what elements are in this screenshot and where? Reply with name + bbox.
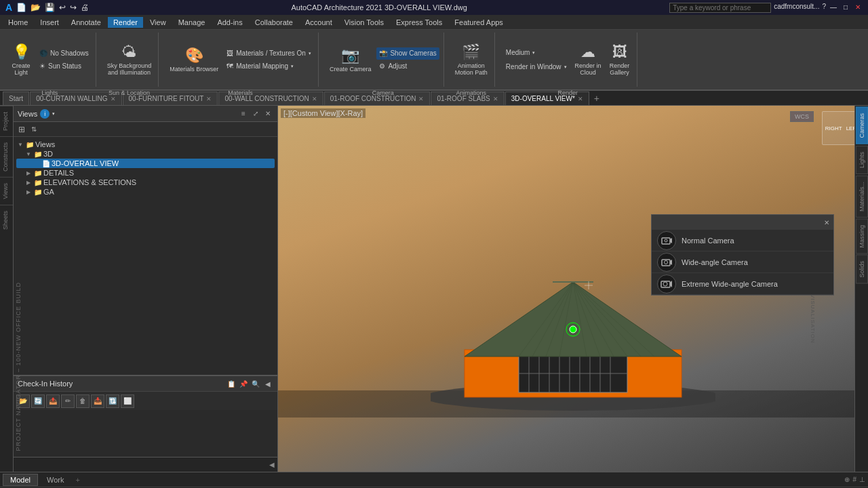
render-quality-dropdown[interactable]: ▾ [532, 50, 535, 56]
tab-roof-construction-close[interactable]: ✕ [418, 96, 424, 102]
tree-item-3d-overall[interactable]: 📄 3D-OVERALL VIEW [16, 159, 275, 168]
panel-close-icon[interactable]: ✕ [262, 108, 273, 119]
toolbar-arrows-icon[interactable]: ⇅ [28, 124, 39, 135]
user-account[interactable]: cadfmconsult... [774, 3, 819, 13]
tab-furniture-close[interactable]: ✕ [206, 96, 212, 102]
menu-render[interactable]: Render [108, 17, 143, 28]
materials-browser-btn[interactable]: 🎨 Materials Browser [167, 40, 221, 79]
grid-icon[interactable]: # [852, 476, 856, 483]
menu-account[interactable]: Account [300, 17, 338, 28]
checkin-tool3[interactable]: 📤 [46, 394, 60, 408]
tab-roof-slabs-close[interactable]: ✕ [493, 96, 498, 102]
tab-work[interactable]: Work [39, 474, 71, 486]
menu-collaborate[interactable]: Collaborate [250, 17, 298, 28]
checkin-tool1[interactable]: 📂 [16, 394, 30, 408]
right-tab-cameras[interactable]: Cameras [856, 107, 868, 144]
help-icon[interactable]: ? [822, 3, 826, 13]
no-shadows-btn[interactable]: 🌑 No Shadows [37, 47, 92, 60]
panel-menu-icon[interactable]: ≡ [238, 108, 249, 119]
cloud-icon: ☁ [580, 43, 595, 61]
adjust-btn[interactable]: ⚙ Adjust [376, 60, 439, 73]
menu-addins[interactable]: Add-ins [212, 17, 248, 28]
right-tab-materials[interactable]: Materials... [856, 176, 868, 218]
camera-panel-header[interactable]: ✕ [652, 215, 833, 230]
checkin-btn2[interactable]: 📌 [238, 378, 249, 389]
right-tab-solids[interactable]: Solids [856, 255, 868, 284]
menu-annotate[interactable]: Annotate [66, 17, 106, 28]
camera-panel-close[interactable]: ✕ [824, 219, 829, 226]
search-input[interactable] [669, 3, 771, 13]
right-tab-massing[interactable]: Massing [856, 219, 868, 254]
panel-expand-arrow[interactable]: ◀ [269, 461, 275, 468]
side-tab-views[interactable]: Views [0, 177, 13, 205]
render-window-dropdown[interactable]: ▾ [564, 64, 567, 70]
camera-item-extreme[interactable]: Extreme Wide-angle Camera [652, 273, 833, 295]
toolbar-expand-icon[interactable]: ⊞ [16, 124, 27, 135]
side-tab-project[interactable]: Project [0, 106, 13, 136]
checkin-btn3[interactable]: 🔍 [250, 378, 261, 389]
right-tab-lights[interactable]: Lights [856, 146, 868, 174]
open-icon[interactable]: 📂 [31, 3, 41, 12]
render-gallery-btn[interactable]: 🖼 RenderGallery [607, 40, 633, 79]
camera-item-wide[interactable]: Wide-angle Camera [652, 251, 833, 273]
views-dropdown[interactable]: ▾ [52, 111, 55, 117]
redo-icon[interactable]: ↪ [70, 3, 77, 12]
mapping-dropdown[interactable]: ▾ [291, 64, 294, 69]
snap-icon[interactable]: ⊕ [844, 476, 850, 483]
material-mapping-btn[interactable]: 🗺 Material Mapping ▾ [224, 60, 314, 73]
checkin-btn1[interactable]: 📋 [226, 378, 237, 389]
textures-dropdown[interactable]: ▾ [309, 51, 311, 56]
menu-vision-tools[interactable]: Vision Tools [339, 17, 389, 28]
textures-on-btn[interactable]: 🖼 Materials / Textures On ▾ [224, 47, 314, 60]
menu-featured[interactable]: Featured Apps [449, 17, 509, 28]
animation-motion-btn[interactable]: 🎬 AnimationMotion Path [452, 40, 490, 79]
tree-item-ga[interactable]: ▶ 📁 GA [16, 187, 275, 197]
folder-icon: 📁 [26, 141, 34, 148]
menu-home[interactable]: Home [3, 17, 33, 28]
tree-item-elevations[interactable]: ▶ 📁 ELEVATIONS & SECTIONS [16, 178, 275, 187]
main-area: Project Constructs Views Sheets Views i … [0, 106, 868, 472]
sky-bg-btn[interactable]: 🌤 Sky Backgroundand Illumination [104, 40, 155, 79]
tab-add-layout[interactable]: + [73, 476, 82, 484]
camera-wide-icon [657, 253, 676, 272]
panel-resize-icon[interactable]: ⤢ [250, 108, 261, 119]
viewport[interactable]: [-][Custom View][X-Ray] [278, 106, 868, 472]
side-tab-constructs[interactable]: Constructs [0, 136, 13, 177]
ortho-icon[interactable]: ⊥ [859, 476, 865, 483]
close-btn[interactable]: ✕ [853, 3, 863, 12]
checkin-tool7[interactable]: 🔃 [106, 394, 119, 408]
tab-model[interactable]: Model [3, 474, 38, 486]
tree-item-3d[interactable]: ▼ 📁 3D [16, 149, 275, 159]
save-icon[interactable]: 💾 [45, 3, 55, 12]
maximize-btn[interactable]: □ [841, 3, 850, 12]
menu-view[interactable]: View [144, 17, 172, 28]
create-camera-btn[interactable]: 📷 Create Camera [327, 40, 374, 79]
checkin-tool4[interactable]: ✏ [61, 394, 75, 408]
side-tab-sheets[interactable]: Sheets [0, 205, 13, 235]
checkin-collapse-btn[interactable]: ◀ [262, 378, 273, 389]
camera-item-normal[interactable]: Normal Camera [652, 230, 833, 251]
plot-icon[interactable]: 🖨 [81, 3, 89, 12]
tab-curtain-walling-close[interactable]: ✕ [111, 96, 116, 102]
undo-icon[interactable]: ↩ [59, 3, 66, 12]
menu-express[interactable]: Express Tools [391, 17, 448, 28]
menu-manage[interactable]: Manage [173, 17, 211, 28]
checkin-tool8[interactable]: ⬜ [121, 394, 134, 408]
tree-item-details[interactable]: ▶ 📁 DETAILS [16, 168, 275, 178]
checkin-tool2[interactable]: 🔄 [31, 394, 45, 408]
show-cameras-btn[interactable]: 📸 Show Cameras [376, 47, 439, 60]
tab-3d-overall-close[interactable]: ✕ [578, 96, 583, 102]
menu-insert[interactable]: Insert [35, 17, 64, 28]
render-quality-select[interactable]: Medium ▾ [503, 47, 570, 59]
tree-item-views[interactable]: ▼ 📁 Views [16, 140, 275, 149]
sun-status-btn[interactable]: ☀ Sun Status [37, 60, 92, 73]
checkin-tool5[interactable]: 🗑 [76, 394, 90, 408]
render-window-btn[interactable]: Render in Window ▾ [503, 61, 570, 73]
tab-wall-construction-close[interactable]: ✕ [312, 96, 317, 102]
checkin-tool6[interactable]: 📥 [91, 394, 104, 408]
folder-elevations-icon: 📁 [34, 179, 42, 186]
create-light-btn[interactable]: 💡 CreateLight [8, 40, 34, 79]
new-icon[interactable]: 📄 [16, 3, 26, 12]
minimize-btn[interactable]: — [829, 3, 838, 12]
render-cloud-btn[interactable]: ☁ Render inCloud [572, 40, 604, 79]
